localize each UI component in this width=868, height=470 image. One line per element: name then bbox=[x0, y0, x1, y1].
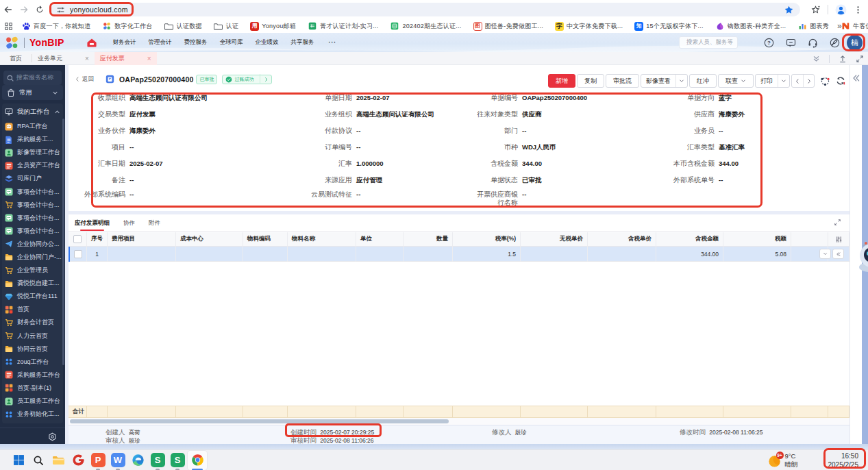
browser-back-button[interactable] bbox=[0, 2, 16, 18]
sidebar-item[interactable]: 全员资产工作台 bbox=[2, 159, 63, 172]
sidebar-item[interactable]: 事项会计中台... bbox=[2, 199, 63, 212]
nav-item[interactable]: 财务会计 bbox=[107, 38, 142, 47]
tab-payable-invoice[interactable]: 应付发票× bbox=[95, 52, 157, 65]
bookmarks-overflow-chevron[interactable]: » bbox=[837, 21, 842, 31]
sidebar-item[interactable]: 事项会计中台... bbox=[2, 212, 63, 225]
tab-invoice-detail[interactable]: 应付发票明细 bbox=[75, 214, 110, 232]
row-collapse-button[interactable] bbox=[832, 249, 844, 259]
wps-ppt-button[interactable]: P bbox=[88, 451, 108, 470]
help-icon[interactable]: ? bbox=[764, 38, 774, 48]
sidebar-item[interactable]: 员工服务工作台 bbox=[2, 395, 63, 408]
start-button[interactable] bbox=[9, 451, 28, 470]
tab-attachment[interactable]: 附件 bbox=[149, 214, 160, 232]
field-value[interactable]: 高端生态顾问认证有限公司 bbox=[356, 110, 434, 119]
home-icon[interactable] bbox=[87, 38, 97, 47]
bookmark-folder[interactable]: 认证 bbox=[214, 21, 239, 31]
collapse-panel-icon[interactable] bbox=[852, 73, 861, 83]
field-value[interactable]: 344.00 bbox=[522, 160, 542, 168]
expand-fullscreen-icon[interactable] bbox=[856, 55, 864, 63]
sidebar-group-workbench-header[interactable]: 我的工作台 bbox=[2, 103, 63, 120]
sidebar-item[interactable]: 业务初始化工... bbox=[2, 408, 63, 421]
headset-support-icon[interactable] bbox=[808, 38, 818, 48]
wps-sheet-button[interactable]: S bbox=[148, 451, 167, 470]
message-icon[interactable] bbox=[786, 38, 796, 48]
expand-table-icon[interactable] bbox=[834, 219, 841, 226]
row-expand-button[interactable] bbox=[819, 249, 831, 259]
sidebar-item[interactable]: RPA工作台 bbox=[2, 120, 63, 133]
bookmark-item[interactable]: 图表秀 bbox=[797, 21, 829, 31]
global-search-input[interactable]: 搜索人员、服务等 bbox=[679, 36, 738, 49]
column-settings-icon[interactable] bbox=[835, 236, 843, 243]
field-value[interactable]: OAPap250207000400 bbox=[522, 94, 587, 102]
nav-item[interactable]: 管理会计 bbox=[142, 38, 178, 47]
tab-collaboration[interactable]: 协作 bbox=[123, 214, 135, 232]
field-value[interactable]: -- bbox=[719, 127, 723, 135]
table-row-1[interactable]: 1 1.5 344.00 5.08 bbox=[69, 247, 850, 262]
bookmark-item[interactable]: 知 15个无版权字体下... bbox=[634, 22, 704, 31]
status-badge-posted[interactable]: 过账成功 bbox=[222, 75, 272, 84]
field-value[interactable]: WDJ人民币 bbox=[522, 143, 556, 151]
sidebar-item[interactable]: 影像管理工作台 bbox=[2, 146, 63, 159]
close-tab-icon[interactable]: × bbox=[147, 55, 151, 62]
horizontal-scrollbar-thumb[interactable] bbox=[70, 419, 449, 423]
share-upload-icon[interactable] bbox=[839, 55, 847, 63]
gear-icon[interactable] bbox=[48, 432, 57, 441]
chrome-button[interactable] bbox=[188, 451, 207, 470]
sidebar-item[interactable]: 企业管理员 bbox=[2, 264, 63, 277]
field-value[interactable]: 海康委外 bbox=[129, 127, 156, 135]
field-value[interactable]: 基准汇率 bbox=[719, 143, 745, 151]
side-panel-star-icon[interactable] bbox=[810, 5, 821, 15]
yonbip-logo[interactable]: YonBIP bbox=[0, 36, 64, 49]
weather-widget[interactable]: 9+ 9°C晴朗 bbox=[767, 452, 798, 469]
sidebar-item[interactable]: 企业协同门户-... bbox=[2, 251, 63, 264]
row-checkbox[interactable] bbox=[74, 250, 82, 258]
print-dropdown[interactable] bbox=[778, 75, 789, 87]
sidebar-item[interactable]: 协同云首页 bbox=[2, 343, 63, 356]
sidebar-item[interactable]: 企业协同办公... bbox=[2, 238, 63, 251]
prev-bill-button[interactable] bbox=[792, 75, 803, 87]
bookmark-item[interactable]: 图 图怪兽-免费做图工... bbox=[473, 22, 544, 31]
header-cell-checkbox[interactable] bbox=[69, 232, 87, 247]
field-value[interactable]: 344.00 bbox=[719, 160, 739, 168]
bookmark-folder[interactable]: 认证数据 bbox=[164, 21, 202, 31]
bookmark-item[interactable]: 用 Yonyou邮箱 bbox=[250, 22, 296, 31]
browser-forward-button[interactable] bbox=[16, 2, 32, 18]
field-value[interactable]: -- bbox=[522, 190, 526, 199]
collapse-tabs-icon[interactable] bbox=[813, 55, 820, 62]
field-value[interactable]: 海康委外 bbox=[719, 110, 745, 119]
field-value[interactable]: 1.000000 bbox=[356, 160, 384, 168]
field-value[interactable]: -- bbox=[129, 190, 134, 199]
select-all-checkbox[interactable] bbox=[73, 235, 82, 243]
image-view-button[interactable]: 影像查看 bbox=[641, 74, 688, 88]
pen-compass-icon[interactable] bbox=[830, 38, 840, 48]
site-settings-chip[interactable]: yonyoucloud.com bbox=[56, 5, 128, 14]
nav-item[interactable]: 企业绩效 bbox=[249, 38, 285, 47]
field-value[interactable]: 2025-02-07 bbox=[129, 160, 163, 168]
user-avatar[interactable]: 楠 bbox=[847, 35, 863, 51]
sidebar-group-common[interactable]: 常用 bbox=[2, 85, 63, 100]
bookmark-star-icon[interactable] bbox=[784, 5, 794, 15]
sidebar-item[interactable]: 首页-副本(1) bbox=[2, 382, 63, 395]
field-value[interactable]: -- bbox=[356, 190, 360, 199]
file-explorer-button[interactable] bbox=[49, 451, 68, 470]
field-value[interactable]: -- bbox=[522, 127, 526, 135]
field-value[interactable]: -- bbox=[719, 176, 723, 184]
print-button[interactable]: 打印 bbox=[755, 74, 790, 88]
field-value[interactable]: 高端生态顾问认证有限公司 bbox=[129, 94, 208, 102]
bookmark-item[interactable]: 百度一下，你就知道 bbox=[21, 21, 90, 31]
wps-word-button[interactable]: W bbox=[108, 451, 127, 470]
sidebar-item[interactable]: 龚悦悦自建工... bbox=[2, 277, 63, 290]
sidebar-item[interactable]: 事项会计中台... bbox=[2, 225, 63, 238]
sidebar-item[interactable]: 悦悦工作台111 bbox=[2, 290, 63, 303]
field-value[interactable]: 应付管理 bbox=[356, 176, 382, 184]
sidebar-search-input[interactable]: 搜索服务名称 bbox=[3, 71, 62, 85]
sidebar-item[interactable]: 财务会计首页 bbox=[2, 316, 63, 329]
bookmark-item[interactable]: 字 中文字体免费下载... bbox=[555, 22, 623, 31]
new-button[interactable]: 新增 bbox=[548, 74, 575, 88]
field-value[interactable]: -- bbox=[356, 127, 360, 135]
wps-sheet2-button[interactable]: S bbox=[168, 451, 187, 470]
sidebar-item[interactable]: 采购服务工... bbox=[2, 133, 63, 146]
red-flush-button[interactable]: 红冲 bbox=[689, 74, 717, 88]
sidebar-item[interactable]: 人力云首页 bbox=[2, 330, 63, 343]
profile-avatar-icon[interactable] bbox=[835, 4, 847, 16]
